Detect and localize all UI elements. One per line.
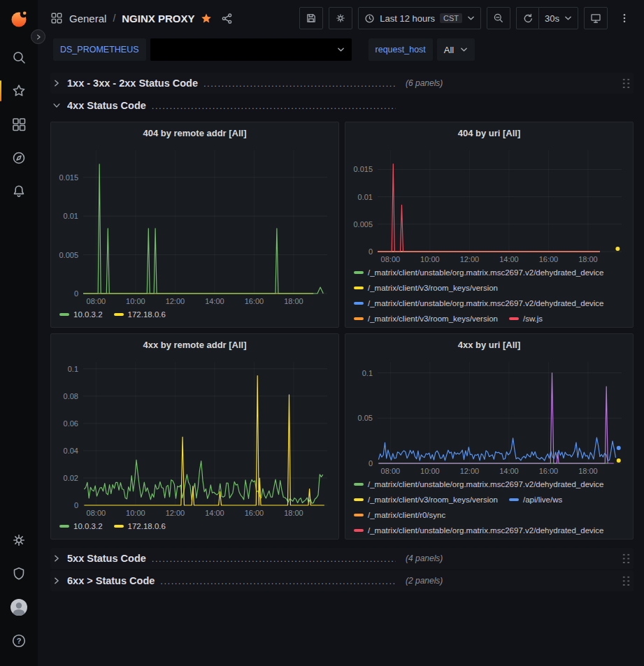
refresh-interval-select[interactable]: 30s — [538, 7, 578, 29]
row-title: 4xx Status Code — [67, 100, 146, 111]
legend-series-label: /_matrix/client/v3/room_keys/version — [368, 493, 498, 507]
legend-item[interactable]: 172.18.0.6 — [114, 307, 166, 321]
legend-item[interactable]: 10.0.3.2 — [59, 307, 103, 321]
legend-item[interactable]: /_matrix/client/v3/room_keys/version — [354, 493, 498, 507]
save-dashboard-button[interactable] — [299, 7, 323, 29]
row-header-5xx[interactable]: 5xx Status Code ........................… — [50, 548, 634, 569]
chevron-down-icon — [52, 101, 61, 110]
svg-text:12:00: 12:00 — [460, 255, 480, 263]
svg-text:0.02: 0.02 — [64, 474, 78, 482]
panel-chart[interactable]: 08:0010:0012:0014:0016:0018:0000.050.1 — [345, 355, 633, 477]
avatar — [10, 598, 28, 616]
legend-item[interactable]: 172.18.0.6 — [114, 519, 166, 533]
legend-item[interactable]: /_matrix/client/v3/room_keys/version — [354, 312, 498, 326]
breadcrumb-dashboard-title[interactable]: NGINX PROXY — [122, 13, 194, 24]
legend-item[interactable]: /_matrix/client/r0/sync — [354, 508, 445, 522]
legend-series-label: 10.0.3.2 — [73, 307, 103, 321]
chevron-down-icon — [564, 15, 572, 21]
chevron-down-icon — [337, 47, 345, 52]
panel-404-by-uri: 404 by uri [All] 08:0010:0012:0014:0016:… — [345, 122, 634, 328]
tv-mode-button[interactable] — [584, 7, 608, 29]
dashboard-settings-button[interactable] — [329, 7, 352, 29]
sidebar-item-server-admin[interactable] — [0, 557, 38, 591]
svg-text:?: ? — [17, 637, 22, 645]
breadcrumb-section[interactable]: General — [69, 13, 106, 24]
svg-text:0.01: 0.01 — [64, 212, 78, 220]
legend-item[interactable]: /_matrix/client/unstable/org.matrix.msc2… — [354, 296, 604, 310]
legend-series-label: /_matrix/client/unstable/org.matrix.msc2… — [368, 523, 604, 537]
svg-text:16:00: 16:00 — [245, 509, 264, 517]
row-drag-handle[interactable] — [622, 78, 631, 89]
legend-series-swatch — [354, 498, 364, 501]
zoom-out-button[interactable] — [487, 7, 510, 29]
panel-chart[interactable]: 08:0010:0012:0014:0016:0018:0000.0050.01… — [345, 143, 633, 266]
legend-series-label: /_matrix/client/r0/sync — [368, 508, 445, 522]
sidebar-item-configuration[interactable] — [0, 523, 38, 557]
row-header-1xx[interactable]: 1xx - 3xx - 2xx Status Code ............… — [50, 73, 634, 94]
row-drag-handle[interactable] — [622, 553, 631, 565]
sidebar-item-starred[interactable] — [0, 74, 38, 108]
legend-series-swatch — [509, 498, 519, 501]
legend-item[interactable]: /_matrix/client/unstable/org.matrix.msc2… — [354, 523, 604, 537]
chevron-down-icon — [460, 47, 468, 52]
svg-text:18:00: 18:00 — [284, 297, 303, 305]
refresh-interval-value: 30s — [545, 13, 559, 24]
panel-chart[interactable]: 08:0010:0012:0014:0016:0018:0000.020.040… — [51, 355, 338, 519]
panel-chart[interactable]: 08:0010:0012:0014:0016:0018:0000.0050.01… — [51, 143, 338, 307]
datasource-select[interactable] — [150, 38, 352, 61]
legend-item[interactable]: /_matrix/client/unstable/org.matrix.msc2… — [354, 477, 604, 491]
panel-title[interactable]: 4xx by uri [All] — [345, 334, 633, 355]
sidebar-item-help[interactable]: ? — [0, 624, 38, 658]
kebab-menu-icon — [619, 12, 630, 24]
chevron-right-icon — [35, 34, 42, 41]
legend-series-swatch — [354, 317, 364, 320]
timezone-badge: CST — [440, 13, 462, 23]
legend-item[interactable]: /sw.js — [509, 312, 543, 326]
panel-legend: /_matrix/client/unstable/org.matrix.msc2… — [345, 266, 633, 327]
row-header-4xx[interactable]: 4xx Status Code ........................… — [50, 95, 634, 116]
legend-item[interactable]: /_matrix/client/v3/room_keys/version — [354, 281, 498, 295]
breadcrumb: General / NGINX PROXY — [50, 12, 233, 24]
grafana-logo[interactable] — [10, 10, 28, 28]
legend-series-label: /_matrix/client/unstable/org.matrix.msc2… — [368, 296, 604, 310]
request-host-select[interactable]: All — [437, 38, 475, 61]
kebab-menu-button[interactable] — [613, 7, 636, 29]
svg-text:0.015: 0.015 — [353, 165, 373, 173]
panel-4xx-by-uri: 4xx by uri [All] 08:0010:0012:0014:0016:… — [345, 333, 634, 540]
legend-item[interactable]: 10.0.3.2 — [59, 519, 103, 533]
refresh-button[interactable] — [516, 7, 538, 29]
sidebar-item-explore[interactable] — [0, 141, 38, 175]
legend-item[interactable]: /_matrix/client/unstable/org.matrix.msc2… — [354, 266, 604, 280]
clock-icon — [364, 13, 375, 24]
legend-series-label: 172.18.0.6 — [128, 307, 166, 321]
panel-title[interactable]: 4xx by remote addr [All] — [51, 334, 338, 355]
gear-icon — [11, 533, 27, 548]
sidebar-item-search[interactable] — [0, 41, 38, 74]
row-header-6xx[interactable]: 6xx > Status Code ......................… — [50, 570, 634, 591]
compass-icon — [11, 150, 27, 166]
sidebar: ? — [0, 0, 38, 666]
row-drag-handle[interactable] — [622, 575, 631, 587]
legend-series-label: /api/live/ws — [523, 493, 562, 507]
chevron-right-icon — [52, 577, 61, 585]
favorite-star-icon[interactable] — [201, 13, 212, 24]
sidebar-expand-button[interactable] — [31, 29, 45, 44]
svg-text:0: 0 — [368, 247, 373, 256]
sidebar-item-alerting[interactable] — [0, 175, 38, 208]
svg-text:08:00: 08:00 — [381, 255, 401, 263]
legend-series-label: 10.0.3.2 — [73, 519, 103, 533]
panel-title[interactable]: 404 by uri [All] — [345, 122, 633, 143]
sidebar-item-dashboards[interactable] — [0, 108, 38, 141]
svg-text:0.1: 0.1 — [362, 369, 373, 377]
legend-series-label: /_matrix/client/v3/room_keys/version — [368, 312, 498, 326]
legend-item[interactable]: /api/live/ws — [509, 493, 562, 507]
share-icon[interactable] — [221, 13, 233, 24]
svg-text:14:00: 14:00 — [499, 255, 519, 263]
apps-grid-icon — [50, 12, 63, 24]
legend-series-swatch — [354, 483, 364, 486]
time-range-picker[interactable]: Last 12 hours CST — [358, 7, 481, 29]
svg-text:0.04: 0.04 — [64, 447, 78, 455]
sidebar-item-profile[interactable] — [0, 591, 38, 624]
svg-text:08:00: 08:00 — [87, 509, 106, 517]
panel-title[interactable]: 404 by remote addr [All] — [51, 122, 338, 143]
